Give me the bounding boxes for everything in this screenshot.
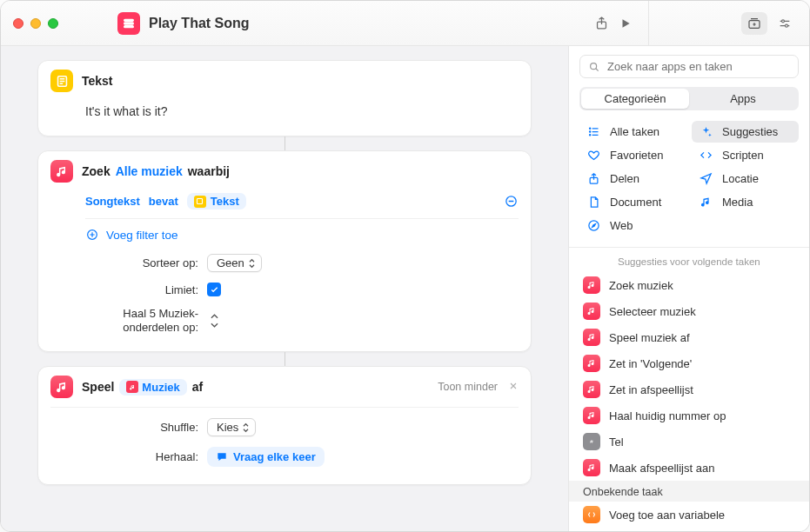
stepper-up[interactable] bbox=[207, 312, 221, 321]
run-button[interactable] bbox=[613, 11, 638, 36]
text-chip-icon bbox=[194, 196, 206, 208]
category-document[interactable]: Document bbox=[579, 191, 686, 213]
play-variable-chip[interactable]: Muziek bbox=[119, 379, 186, 396]
minimize-window-button[interactable] bbox=[30, 18, 41, 29]
get-items-label: Haal 5 Muziek- onderdelen op: bbox=[85, 307, 198, 334]
code-icon bbox=[699, 149, 713, 162]
action-text[interactable]: Tekst bbox=[37, 60, 532, 136]
category-label: Document bbox=[610, 196, 661, 209]
inspector-button[interactable] bbox=[773, 11, 797, 36]
titlebar: Play That Song bbox=[1, 1, 809, 46]
svg-point-14 bbox=[590, 135, 591, 136]
stepper-down[interactable] bbox=[207, 321, 221, 329]
search-field[interactable] bbox=[579, 55, 799, 78]
close-window-button[interactable] bbox=[13, 18, 23, 29]
zoom-window-button[interactable] bbox=[48, 18, 58, 29]
suggestion-item[interactable]: #Tel bbox=[569, 429, 809, 455]
category-label: Favorieten bbox=[610, 149, 663, 162]
filter-row: Songtekst bevat Tekst bbox=[38, 188, 531, 215]
suggestion-label: Zet in afspeellijst bbox=[609, 383, 693, 396]
action-icon bbox=[583, 303, 600, 320]
app-window: Play That Song Tekst bbox=[0, 0, 810, 532]
delete-action-button[interactable] bbox=[508, 379, 519, 395]
suggestion-label: Haal huidig nummer op bbox=[609, 409, 726, 422]
category-fav[interactable]: Favorieten bbox=[579, 144, 686, 166]
safari-icon bbox=[586, 219, 601, 232]
sort-value: Geen bbox=[217, 256, 244, 269]
repeat-ask-pill[interactable]: Vraag elke keer bbox=[207, 447, 325, 467]
suggestion-item[interactable]: Zet in 'Volgende' bbox=[569, 350, 809, 376]
add-filter-label: Voeg filter toe bbox=[106, 229, 178, 242]
category-label: Suggesties bbox=[722, 125, 778, 138]
suggestion-item[interactable]: Zet in afspeellijst bbox=[569, 376, 809, 402]
action-icon bbox=[583, 407, 600, 424]
share-button[interactable] bbox=[589, 11, 613, 36]
suggestion-label: Maak afspeellijst aan bbox=[609, 462, 714, 475]
action-icon bbox=[583, 506, 600, 523]
shuffle-select[interactable]: Kies bbox=[207, 418, 256, 436]
suggestion-item[interactable]: Haal huidig nummer op bbox=[569, 402, 809, 429]
suggestion-item[interactable]: Selecteer muziek bbox=[569, 298, 809, 324]
tab-categories[interactable]: Categorieën bbox=[581, 89, 689, 109]
action-icon: # bbox=[583, 433, 600, 450]
category-media[interactable]: Media bbox=[692, 191, 799, 213]
find-prefix: Zoek bbox=[82, 164, 110, 178]
music-action-icon bbox=[50, 376, 73, 398]
limit-checkbox[interactable] bbox=[207, 283, 221, 296]
library-toggle-button[interactable] bbox=[741, 12, 767, 35]
filter-variable-chip[interactable]: Tekst bbox=[187, 193, 246, 209]
add-filter-button[interactable]: Voeg filter toe bbox=[38, 221, 531, 247]
suggestion-item[interactable]: Zoek muziek bbox=[569, 272, 809, 298]
category-label: Delen bbox=[610, 172, 639, 185]
window-title: Play That Song bbox=[149, 16, 250, 31]
music-chip-icon bbox=[126, 381, 138, 393]
doc-icon bbox=[586, 196, 601, 209]
svg-rect-8 bbox=[197, 199, 203, 204]
remove-filter-button[interactable] bbox=[504, 194, 519, 209]
suggestion-item[interactable]: Speel muziek af bbox=[569, 324, 809, 350]
category-script[interactable]: Scripten bbox=[692, 144, 799, 166]
category-suggest[interactable]: Suggesties bbox=[692, 121, 799, 143]
play-suffix: af bbox=[192, 380, 203, 394]
svg-point-6 bbox=[786, 24, 788, 27]
filter-op[interactable]: bevat bbox=[149, 195, 178, 208]
find-scope-param[interactable]: Alle muziek bbox=[116, 164, 183, 178]
connector bbox=[285, 136, 285, 150]
share-icon bbox=[586, 172, 601, 185]
workflow-canvas[interactable]: Tekst Zoek Alle muziek waarbij bbox=[1, 46, 568, 531]
connector bbox=[285, 352, 285, 366]
text-input[interactable] bbox=[85, 101, 519, 123]
heart-icon bbox=[586, 149, 601, 162]
category-location[interactable]: Locatie bbox=[692, 168, 799, 190]
music-action-icon bbox=[50, 160, 73, 183]
group-header: Onbekende taak bbox=[569, 481, 809, 502]
library-segmented-control[interactable]: Categorieën Apps bbox=[579, 87, 799, 110]
find-suffix: waarbij bbox=[188, 164, 230, 178]
category-label: Alle taken bbox=[610, 125, 659, 138]
suggestion-label: Tel bbox=[609, 436, 624, 449]
filter-field[interactable]: Songtekst bbox=[85, 195, 140, 208]
svg-point-5 bbox=[782, 19, 785, 22]
suggestion-item[interactable]: Maak afspeellijst aan bbox=[569, 455, 809, 481]
window-controls bbox=[13, 18, 58, 29]
count-stepper[interactable] bbox=[207, 312, 221, 329]
category-all[interactable]: Alle taken bbox=[579, 121, 686, 143]
action-text-title: Tekst bbox=[82, 74, 113, 88]
svg-point-12 bbox=[590, 128, 591, 129]
text-action-icon bbox=[50, 70, 73, 92]
category-web[interactable]: Web bbox=[579, 215, 686, 236]
show-less-button[interactable]: Toon minder bbox=[438, 381, 498, 393]
tab-apps[interactable]: Apps bbox=[689, 89, 797, 109]
sort-select[interactable]: Geen bbox=[207, 254, 262, 272]
action-icon bbox=[583, 329, 600, 346]
shuffle-value: Kies bbox=[217, 421, 238, 434]
svg-rect-0 bbox=[124, 19, 134, 21]
action-play-music[interactable]: Speel Muziek af Toon minder bbox=[37, 366, 532, 485]
library-sidebar: Categorieën Apps Alle takenSuggestiesFav… bbox=[568, 46, 809, 531]
search-input[interactable] bbox=[607, 60, 790, 73]
suggestion-item[interactable]: Voeg toe aan variabele bbox=[569, 502, 809, 528]
category-share[interactable]: Delen bbox=[579, 168, 686, 190]
action-find-music[interactable]: Zoek Alle muziek waarbij Songtekst bevat… bbox=[37, 150, 532, 352]
music-icon bbox=[699, 196, 713, 209]
action-icon bbox=[583, 355, 600, 372]
